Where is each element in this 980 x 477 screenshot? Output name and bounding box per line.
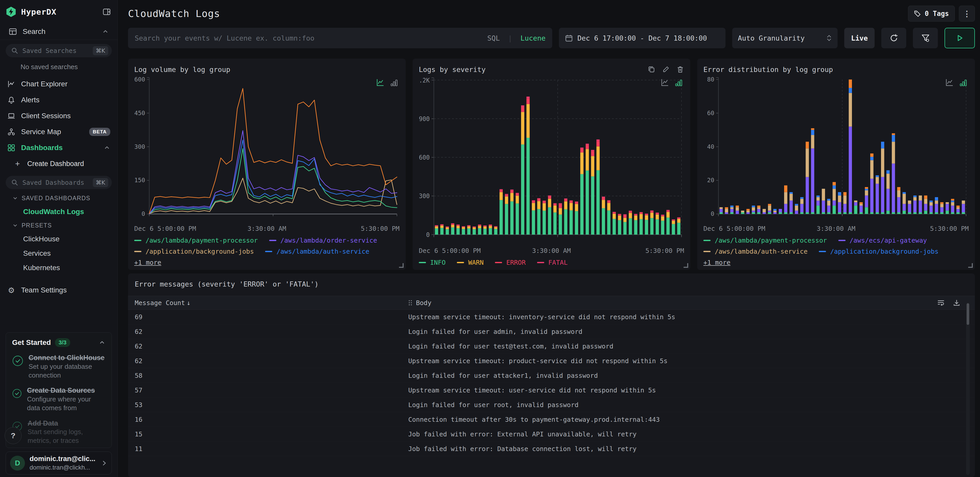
chart-legend: INFOWARNERRORFATAL [419, 259, 684, 266]
scrollbar-thumb[interactable] [967, 303, 969, 325]
line-chart-toggle-icon[interactable] [945, 78, 954, 87]
sidebar-item-chart-explorer[interactable]: Chart Explorer [6, 76, 112, 92]
chart-error-distribution[interactable]: 806040200 [703, 76, 969, 224]
table-row[interactable]: 62Upstream service timeout: product-serv… [128, 354, 975, 368]
sidebar-item-alerts[interactable]: Alerts [6, 92, 112, 108]
help-button[interactable]: ? [5, 427, 22, 444]
lucene-toggle[interactable]: Lucene [520, 34, 546, 42]
column-header-body[interactable]: Body [408, 299, 975, 307]
logo-row: HyperDX [6, 0, 112, 24]
cell-body: Job failed with error: Database connecti… [408, 445, 975, 453]
x-tick: 3:30:00 AM [817, 225, 856, 232]
sort-desc-icon[interactable]: ↓ [187, 299, 191, 307]
legend-item[interactable]: ERROR [495, 259, 525, 266]
sql-toggle[interactable]: SQL [487, 34, 500, 42]
chart-log-volume[interactable]: 6004503001500 [134, 76, 399, 224]
chevron-up-icon[interactable] [102, 28, 109, 35]
preset-item-services[interactable]: Services [7, 246, 112, 261]
user-menu[interactable]: D dominic.tran@clic... dominic.tran@clic… [6, 452, 112, 474]
legend-item[interactable]: /aws/lambda/order-service [269, 237, 377, 244]
legend-item[interactable]: /aws/lambda/auth-service [265, 248, 369, 255]
sidebar-item-search[interactable]: Search [7, 24, 110, 40]
table-row[interactable]: 11Job failed with error: Database connec… [128, 442, 975, 456]
legend-item[interactable]: /aws/lambda/payment-processor [134, 237, 258, 244]
sidebar-item-dashboards[interactable]: Dashboards [6, 140, 112, 156]
get-started-step-connect[interactable]: Connect to ClickHouseSet up your databas… [12, 354, 105, 380]
table-row[interactable]: 15Job failed with error: External API un… [128, 427, 975, 442]
filter-button[interactable] [913, 28, 938, 48]
legend-item[interactable]: /application/background-jobs [819, 248, 939, 255]
date-range-picker[interactable]: Dec 6 17:00:00 - Dec 7 18:00:00 [559, 28, 725, 48]
chevron-up-icon[interactable] [99, 339, 105, 346]
saved-dashboards-input[interactable]: Saved Dashboards ⌘K [6, 176, 112, 189]
get-started-step-sources[interactable]: Create Data SourcesConfigure where your … [12, 386, 105, 412]
preset-item-clickhouse[interactable]: ClickHouse [7, 232, 112, 246]
sidebar-item-client-sessions[interactable]: Client Sessions [6, 108, 112, 124]
chevron-down-icon [12, 223, 18, 228]
cell-body: Login failed for user admin, invalid pas… [408, 328, 975, 335]
chart-logs-by-severity[interactable]: 1.2K9006003000 [419, 76, 684, 246]
wrap-text-icon[interactable] [937, 299, 945, 307]
legend-label: /aws/ecs/api-gateway [850, 237, 927, 244]
chevron-up-icon[interactable] [103, 145, 110, 151]
table-row[interactable]: 53Login failed for user root, invalid pa… [128, 398, 975, 412]
granularity-select[interactable]: Auto Granularity [732, 28, 838, 48]
legend-item[interactable]: /aws/lambda/payment-processor [703, 237, 827, 244]
section-saved-dashboards[interactable]: SAVED DASHBOARDS [7, 192, 112, 205]
table-row[interactable]: 57Upstream service timeout: user-service… [128, 383, 975, 398]
legend-swatch [537, 262, 544, 263]
cell-body: Upstream service timeout: inventory-serv… [408, 313, 975, 321]
table-row[interactable]: 16Connection timeout after 30s to paymen… [128, 412, 975, 427]
legend-item[interactable]: /application/background-jobs [134, 248, 254, 255]
table-row[interactable]: 69Upstream service timeout: inventory-se… [128, 310, 975, 324]
drag-grip-icon[interactable] [408, 299, 412, 306]
sidebar-collapse-button[interactable] [102, 7, 112, 17]
live-button[interactable]: Live [844, 28, 875, 48]
edit-icon[interactable] [662, 65, 670, 73]
user-name: dominic.tran@clic... [30, 455, 96, 463]
table-row[interactable]: 58Login failed for user attacker1, inval… [128, 368, 975, 383]
legend-item[interactable]: FATAL [537, 259, 568, 266]
sidebar-item-service-map[interactable]: Service Map BETA [6, 124, 112, 140]
legend-more-link[interactable]: +1 more [134, 259, 161, 266]
get-started-card: Get Started 3/3 Connect to ClickHouseSet… [6, 332, 112, 448]
legend-swatch [134, 240, 142, 241]
legend-item[interactable]: /aws/lambda/auth-service [703, 248, 808, 255]
legend-more-link[interactable]: +1 more [703, 259, 730, 266]
event-search-input[interactable]: Search your events w/ Lucene ex. column:… [128, 28, 552, 48]
saved-searches-input[interactable]: Saved Searches ⌘K [6, 44, 112, 57]
tags-button[interactable]: 0 Tags [908, 6, 955, 22]
section-presets[interactable]: PRESETS [7, 219, 112, 232]
bar-chart-toggle-icon[interactable] [959, 79, 967, 87]
bar-chart-toggle-icon[interactable] [675, 79, 682, 87]
legend-item[interactable]: WARN [457, 259, 484, 266]
legend-item[interactable]: INFO [419, 259, 445, 266]
table-scrollbar[interactable] [966, 302, 970, 475]
create-dashboard-button[interactable]: + Create Dashboard [6, 156, 112, 172]
preset-item-kubernetes[interactable]: Kubernetes [7, 261, 112, 275]
line-chart-toggle-icon[interactable] [376, 78, 385, 87]
legend-item[interactable]: /aws/ecs/api-gateway [838, 237, 927, 244]
refresh-button[interactable] [881, 28, 906, 48]
x-tick: 3:30:00 AM [532, 247, 571, 254]
legend-swatch [819, 251, 826, 252]
table-row[interactable]: 62Login failed for user admin, invalid p… [128, 324, 975, 339]
cell-message-count: 69 [128, 313, 408, 321]
table-row[interactable]: 62Login failed for user test@test.com, i… [128, 339, 975, 354]
sidebar-item-team-settings[interactable]: ⚙ Team Settings [6, 282, 112, 298]
run-query-button[interactable] [945, 28, 975, 48]
get-started-step-add-data[interactable]: Add DataStart sending logs, metrics, or … [12, 419, 105, 445]
delete-icon[interactable] [676, 65, 684, 73]
search-icon [11, 47, 18, 54]
table-header: Message Count↓ Body [128, 296, 975, 310]
svg-text:80: 80 [707, 76, 714, 83]
charts-row: Log volume by log group 6004503001500 De… [128, 59, 975, 270]
sidebar-item-label: Team Settings [21, 286, 67, 294]
dashboard-menu-button[interactable]: ⋮ [959, 6, 975, 22]
dashboard-item-cloudwatch-logs[interactable]: CloudWatch Logs [7, 205, 112, 219]
download-icon[interactable] [953, 299, 961, 307]
duplicate-icon[interactable] [648, 65, 655, 73]
column-header-message-count[interactable]: Message Count↓ [128, 299, 408, 307]
bar-chart-toggle-icon[interactable] [390, 79, 398, 87]
line-chart-toggle-icon[interactable] [660, 78, 669, 87]
